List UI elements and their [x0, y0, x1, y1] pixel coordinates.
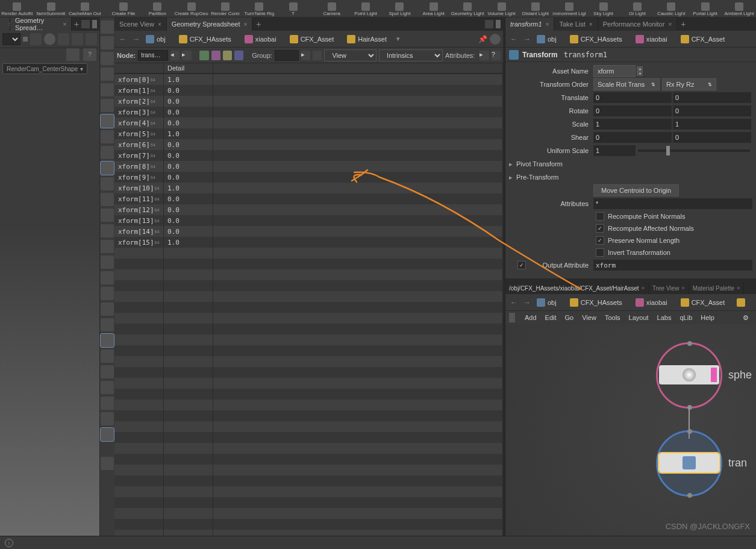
back-button[interactable]: ← [117, 33, 129, 45]
net-back-button[interactable]: ← [508, 296, 520, 309]
menu-edit[interactable]: Edit [542, 314, 560, 321]
shade-tool-icon[interactable] [101, 334, 114, 347]
chk-preserve-normal-length[interactable]: ✓ [596, 236, 604, 245]
left-opt-icon[interactable] [23, 37, 28, 42]
forward-button[interactable]: → [130, 33, 142, 45]
img-tool-icon[interactable] [101, 428, 114, 441]
net-forward-button[interactable]: → [521, 296, 533, 309]
net-pin-icon[interactable] [509, 313, 515, 322]
curve-tool-icon[interactable] [101, 224, 114, 237]
parm-crumb-obj[interactable]: obj [534, 33, 561, 46]
mode-points-icon[interactable] [199, 51, 208, 60]
shelf-sky-light[interactable]: Sky Light [586, 0, 620, 17]
table-row[interactable]: xform[13]640.0 [114, 215, 503, 226]
tab-geometry-spreadsheet[interactable]: Geometry Spreadsheet× [167, 17, 253, 31]
crumb-hairasset[interactable]: HairAsset [345, 33, 392, 46]
help-icon[interactable]: ? [83, 48, 96, 61]
frame-tool-icon[interactable] [101, 397, 114, 410]
table-row[interactable]: xform[3]640.0 [114, 107, 503, 118]
globe2-icon[interactable] [490, 34, 501, 45]
shelf-gi-light[interactable]: GI Light [620, 0, 654, 17]
menu-add[interactable]: Add [521, 314, 540, 321]
table-row[interactable]: xform[5]641.0 [114, 128, 503, 139]
group-select-icon[interactable]: ▸ [301, 51, 310, 60]
table-row[interactable]: xform[14]640.0 [114, 226, 503, 237]
tab-perf-monitor[interactable]: Performance Monitor× [598, 17, 678, 31]
scale-x[interactable] [593, 119, 672, 130]
tab-material-palette[interactable]: Material Palette× [689, 282, 745, 294]
info-icon[interactable]: i [5, 539, 13, 547]
menu-qlib[interactable]: qLib [676, 314, 696, 321]
rot-order-select[interactable]: Rx Ry Rz⇅ [662, 78, 716, 90]
circle-tool-icon[interactable] [101, 52, 114, 65]
left-tool1-icon[interactable] [30, 33, 42, 45]
shelf-ambient-light[interactable]: Ambient Light [722, 0, 756, 17]
network-view[interactable]: sphe tran CSDN @JACKLONGFX [505, 324, 756, 536]
lock-tool-icon[interactable] [101, 67, 114, 81]
node-input[interactable] [138, 50, 168, 61]
menu-help[interactable]: Help [697, 314, 718, 321]
tab-opt-icon[interactable] [81, 20, 90, 28]
menu-tools[interactable]: Tools [601, 314, 624, 321]
parm-node-name[interactable]: transform1 [564, 51, 607, 59]
snap-tool-icon[interactable] [101, 271, 114, 284]
chk-output-attr[interactable]: ✓ [517, 261, 526, 269]
camera-selector[interactable]: RenderCam_CenterShape▾ [2, 63, 87, 74]
viewport-3d[interactable]: RenderCam_CenterShape▾ [0, 61, 99, 536]
person2-tool-icon[interactable] [101, 130, 114, 143]
group-input[interactable] [275, 50, 299, 61]
shelf-distant-light[interactable]: Distant Light [519, 0, 552, 17]
col-header-key[interactable] [114, 63, 164, 73]
path-tool-icon[interactable] [101, 256, 114, 269]
col-header-detail[interactable]: Detail [164, 63, 213, 73]
mode-detail-icon[interactable] [234, 51, 243, 60]
line-tool-icon[interactable] [101, 318, 114, 331]
crumb-obj[interactable]: obj [143, 33, 170, 46]
light-tool-icon[interactable] [101, 115, 114, 128]
shelf-render-autofill[interactable]: Render Autofill [0, 0, 34, 17]
mat-tool-icon[interactable] [101, 350, 114, 363]
attributes-input[interactable] [593, 198, 752, 209]
menu-view[interactable]: View [578, 314, 600, 321]
left-tab-empty[interactable]: × [0, 17, 10, 31]
translate-x[interactable] [593, 92, 672, 103]
asset-name-field[interactable]: xform [593, 65, 636, 77]
tab-scene-view[interactable]: Scene View× [114, 17, 167, 31]
cam-tool-icon[interactable] [101, 412, 114, 425]
shelf-create-ropgeo[interactable]: Create RopGeo [174, 0, 208, 17]
arrow-tool-icon[interactable] [101, 20, 114, 34]
uniform-scale-slider[interactable] [638, 149, 750, 152]
net-tool-icon[interactable] [101, 381, 114, 394]
shelf-turntable-rig[interactable]: TurnTable Rig [242, 0, 276, 17]
left-tool3-icon[interactable] [58, 33, 69, 45]
shelf-cacheman-out[interactable]: CacheMan Out [68, 0, 102, 17]
tab-take-list[interactable]: Take List× [554, 17, 598, 31]
filter-icon[interactable] [313, 51, 322, 60]
table-row[interactable]: xform[0]641.0 [114, 74, 503, 85]
add-center-tab[interactable]: + [252, 19, 264, 29]
view-select[interactable]: View [324, 49, 376, 61]
center-opt1-icon[interactable] [485, 20, 493, 28]
asset-name-spinner[interactable]: ▴▾ [637, 66, 643, 76]
menu-layout[interactable]: Layout [625, 314, 652, 321]
network-path-tab[interactable]: /obj/CFX_HAssets/xiaobai/CFX_Asset/HairA… [505, 282, 649, 294]
node-prev-icon[interactable]: ◂ [170, 51, 180, 60]
gear-tool-icon[interactable] [101, 146, 114, 159]
shelf-point-light[interactable]: Point Light [349, 0, 383, 17]
parm-back-button[interactable]: ← [508, 33, 520, 45]
left-selector[interactable] [2, 33, 20, 45]
scale-tool-icon[interactable] [101, 209, 114, 222]
tab-opt2-icon[interactable] [92, 20, 97, 28]
table-row[interactable]: xform[9]640.0 [114, 172, 503, 183]
table-row[interactable]: xform[1]640.0 [114, 85, 503, 96]
help2-icon[interactable]: ? [492, 51, 501, 60]
crumb-cfx-asset[interactable]: CFX_Asset [287, 33, 339, 46]
shelf-t[interactable]: T [276, 0, 310, 17]
sel-tool-icon[interactable] [101, 162, 114, 175]
pre-transform-toggle[interactable]: ▸Pre-Transform [505, 171, 756, 184]
ball-tool-icon[interactable] [101, 99, 114, 112]
shelf-environment-light[interactable]: Environment Light [552, 0, 586, 17]
parm-crumb-cfxh[interactable]: CFX_HAssets [567, 33, 627, 46]
menu-gear-icon[interactable]: ⚙ [739, 314, 752, 322]
chk-invert-transform[interactable] [596, 248, 604, 257]
